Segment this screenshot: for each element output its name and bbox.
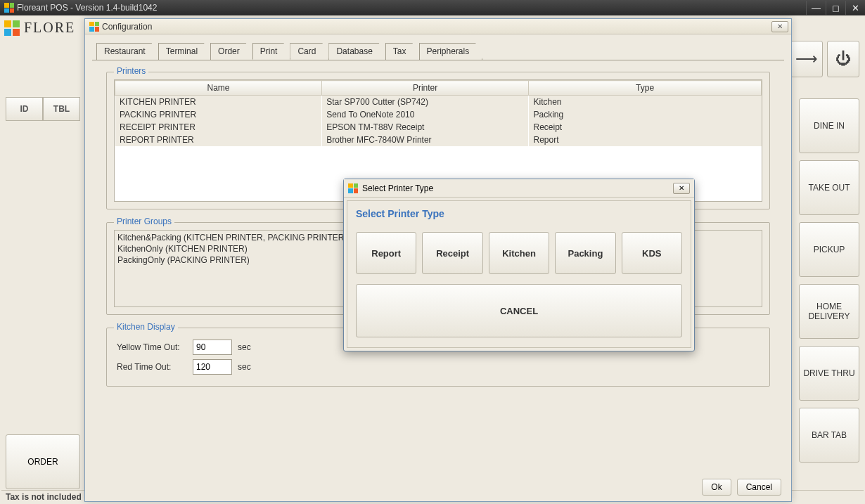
yellow-unit: sec [238,342,251,352]
dine-in-button[interactable]: DINE IN [799,98,859,153]
config-tabs: Restaurant Terminal Order Print Card Dat… [96,43,791,60]
close-button[interactable]: ✕ [845,1,865,15]
yellow-timeout-label: Yellow Time Out: [117,342,187,352]
tab-print[interactable]: Print [252,43,291,60]
config-icon [89,22,99,32]
yellow-timeout-input[interactable] [193,340,232,355]
red-timeout-label: Red Time Out: [117,362,187,372]
dialog-title: Select Printer Type [362,183,433,193]
table-row[interactable]: REPORT PRINTERBrother MFC-7840W PrinterR… [115,134,762,146]
pickup-button[interactable]: PICKUP [799,222,859,277]
forward-button[interactable]: ⟶ [790,41,823,77]
order-type-buttons: DINE IN TAKE OUT PICKUP HOME DELIVERY DR… [799,98,859,463]
os-titlebar: Floreant POS - Version 1.4-build1042 — ◻… [0,0,865,15]
type-kds-button[interactable]: KDS [622,232,682,274]
col-tbl: TBL [43,97,80,121]
brand: FLORE [4,20,75,36]
take-out-button[interactable]: TAKE OUT [799,160,859,215]
drive-thru-button[interactable]: DRIVE THRU [799,346,859,401]
maximize-button[interactable]: ◻ [826,1,845,15]
table-row[interactable]: PACKING PRINTERSend To OneNote 2010Packi… [115,108,762,121]
tab-peripherals[interactable]: Peripherals [419,43,483,60]
dialog-icon [348,183,358,193]
app-icon [4,3,14,13]
tab-database[interactable]: Database [328,43,385,60]
logo-icon [4,20,20,36]
tab-restaurant[interactable]: Restaurant [96,43,159,60]
dialog-titlebar: Select Printer Type ✕ [344,179,694,198]
tab-tax[interactable]: Tax [385,43,420,60]
dialog-cancel-button[interactable]: CANCEL [356,284,682,337]
bar-tab-button[interactable]: BAR TAB [799,408,859,463]
dialog-close-button[interactable]: ✕ [673,183,690,194]
groups-legend: Printer Groups [114,217,174,226]
order-button[interactable]: ORDER [6,434,80,489]
power-button[interactable]: ⏻ [827,41,859,77]
ticket-table: ID TBL [6,97,80,121]
col-type: Type [529,81,762,96]
table-row[interactable]: KITCHEN PRINTERStar SP700 Cutter (SP742)… [115,96,762,108]
kitchen-legend: Kitchen Display [114,322,178,332]
config-titlebar: Configuration ✕ [85,19,791,34]
home-delivery-button[interactable]: HOME DELIVERY [799,284,859,339]
config-cancel-button[interactable]: Cancel [737,479,781,496]
config-close-button[interactable]: ✕ [771,21,788,32]
minimize-button[interactable]: — [806,1,826,15]
select-printer-type-dialog: Select Printer Type ✕ Select Printer Typ… [343,179,695,351]
dialog-heading: Select Printer Type [356,208,682,219]
tab-order[interactable]: Order [210,43,253,60]
tab-terminal[interactable]: Terminal [158,43,211,60]
red-timeout-input[interactable] [193,359,232,375]
type-receipt-button[interactable]: Receipt [422,232,482,274]
type-report-button[interactable]: Report [356,232,416,274]
brand-text: FLORE [24,20,75,36]
type-packing-button[interactable]: Packing [555,232,615,274]
col-name: Name [115,81,322,96]
os-title: Floreant POS - Version 1.4-build1042 [17,3,157,13]
config-title: Configuration [102,22,152,32]
col-printer: Printer [322,81,529,96]
printers-legend: Printers [114,66,148,76]
config-ok-button[interactable]: Ok [702,479,731,496]
col-id: ID [6,97,43,121]
tab-card[interactable]: Card [290,43,329,60]
type-kitchen-button[interactable]: Kitchen [489,232,549,274]
red-unit: sec [238,362,251,372]
table-row[interactable]: RECEIPT PRINTEREPSON TM-T88V ReceiptRece… [115,121,762,134]
